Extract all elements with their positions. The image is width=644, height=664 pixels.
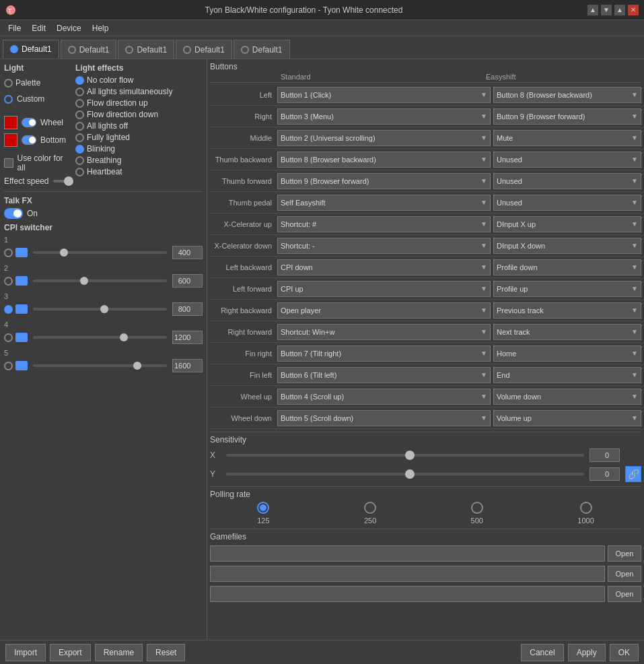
export-button[interactable]: Export [50,644,91,661]
cpi-thumb-1[interactable] [60,248,68,257]
cpi-slider-1[interactable] [33,251,167,254]
palette-radio-item[interactable]: Palette [4,78,71,88]
effect-blinking[interactable]: Blinking [75,144,203,154]
sensitivity-x-input[interactable] [589,449,620,462]
btn-standard-14[interactable]: Button 4 (Scroll up) ▼ [277,389,491,405]
menu-device[interactable]: Device [51,22,87,34]
btn-standard-13[interactable]: Button 6 (Tilt left) ▼ [277,367,491,383]
menu-file[interactable]: File [3,22,26,34]
btn-easyshift-1[interactable]: Button 9 (Browser forward) ▼ [493,108,641,125]
btn-easyshift-9[interactable]: Profile up ▼ [493,281,641,297]
btn-easyshift-12[interactable]: Home ▼ [493,345,641,362]
use-color-checkbox[interactable] [4,158,13,168]
btn-easyshift-13[interactable]: End ▼ [493,367,641,383]
effect-fully-lighted[interactable]: Fully lighted [75,133,203,142]
gamefile-open-1[interactable]: Open [608,545,641,562]
sensitivity-y-slider[interactable] [226,473,584,475]
cpi-input-1[interactable] [172,246,203,259]
gamefile-input-3[interactable] [210,586,605,602]
btn-easyshift-14[interactable]: Volume down ▼ [493,389,641,405]
effect-speed-slider[interactable] [53,180,72,182]
tab-1[interactable]: Default1 [61,40,117,59]
sensitivity-x-slider[interactable] [226,454,584,457]
btn-standard-0[interactable]: Button 1 (Click) ▼ [277,87,491,103]
effect-all-off[interactable]: All lights off [75,121,203,131]
btn-easyshift-3[interactable]: Unused ▼ [493,152,641,168]
cpi-input-4[interactable] [172,331,203,344]
polling-radio-1[interactable] [364,502,376,514]
btn-standard-4[interactable]: Button 9 (Browser forward) ▼ [277,173,491,189]
gamefile-input-1[interactable] [210,545,605,562]
cancel-button[interactable]: Cancel [521,644,563,661]
btn-easyshift-7[interactable]: DInput X down ▼ [493,238,641,254]
polling-radio-3[interactable] [580,502,592,514]
btn-standard-10[interactable]: Open player ▼ [277,302,491,319]
btn-easyshift-2[interactable]: Mute ▼ [493,130,641,146]
btn-easyshift-11[interactable]: Next track ▼ [493,324,641,340]
btn-easyshift-0[interactable]: Button 8 (Browser backward) ▼ [493,87,641,103]
btn-easyshift-10[interactable]: Previous track ▼ [493,302,641,319]
btn-standard-11[interactable]: Shortcut: Win+w ▼ [277,324,491,340]
cpi-slider-3[interactable] [33,308,167,310]
cpi-radio-4[interactable] [4,333,13,342]
ok-button[interactable]: OK [610,644,639,661]
tab-0[interactable]: Default1 [3,40,59,59]
effect-flow-down[interactable]: Flow direction down [75,110,203,119]
sensitivity-x-thumb[interactable] [405,451,415,460]
cpi-thumb-3[interactable] [100,305,108,313]
cpi-radio-5[interactable] [4,362,13,370]
cpi-radio-2[interactable] [4,277,13,286]
cpi-radio-3[interactable] [4,305,13,314]
cpi-input-3[interactable] [172,302,203,316]
btn-standard-3[interactable]: Button 8 (Browser backward) ▼ [277,152,491,168]
btn-standard-8[interactable]: CPI down ▼ [277,259,491,275]
effect-heartbeat[interactable]: Heartbeat [75,167,203,176]
cpi-thumb-2[interactable] [80,277,88,285]
cpi-input-5[interactable] [172,359,203,372]
close-button[interactable]: ✕ [628,5,639,15]
menu-edit[interactable]: Edit [26,22,51,34]
minimize-button[interactable]: ▲ [587,5,598,15]
effect-flow-up[interactable]: Flow direction up [75,98,203,108]
effect-speed-thumb[interactable] [64,176,73,186]
btn-easyshift-5[interactable]: Unused ▼ [493,195,641,211]
effect-no-color-flow[interactable]: No color flow [75,75,203,85]
apply-button[interactable]: Apply [568,644,606,661]
btn-standard-1[interactable]: Button 3 (Menu) ▼ [277,108,491,125]
tab-2[interactable]: Default1 [118,40,174,59]
btn-standard-6[interactable]: Shortcut: # ▼ [277,216,491,232]
btn-easyshift-8[interactable]: Profile down ▼ [493,259,641,275]
wheel-toggle[interactable] [22,118,36,127]
bottom-toggle[interactable] [22,135,36,145]
rename-button[interactable]: Rename [95,644,143,661]
btn-standard-15[interactable]: Button 5 (Scroll down) ▼ [277,410,491,426]
tab-3[interactable]: Default1 [176,40,232,59]
cpi-thumb-5[interactable] [133,362,141,370]
restore-button[interactable]: ▼ [601,5,612,15]
btn-easyshift-4[interactable]: Unused ▼ [493,173,641,189]
cpi-input-2[interactable] [172,274,203,288]
cpi-slider-2[interactable] [33,279,167,282]
btn-easyshift-15[interactable]: Volume up ▼ [493,410,641,426]
btn-standard-12[interactable]: Button 7 (Tilt right) ▼ [277,345,491,362]
cpi-slider-5[interactable] [33,364,167,367]
btn-standard-2[interactable]: Button 2 (Universal scrolling) ▼ [277,130,491,146]
sensitivity-y-thumb[interactable] [405,469,415,479]
import-button[interactable]: Import [5,644,46,661]
maximize-button[interactable]: ▲ [614,5,625,15]
effect-all-lights-sim[interactable]: All lights simultaneously [75,87,203,96]
cpi-thumb-4[interactable] [120,333,128,341]
effect-breathing[interactable]: Breathing [75,156,203,165]
reset-button[interactable]: Reset [147,644,185,661]
cpi-slider-4[interactable] [33,336,167,339]
btn-easyshift-6[interactable]: DInput X up ▼ [493,216,641,232]
gamefile-open-2[interactable]: Open [608,566,641,582]
btn-standard-5[interactable]: Self Easyshift ▼ [277,195,491,211]
gamefile-input-2[interactable] [210,566,605,582]
tab-4[interactable]: Default1 [234,40,290,59]
cpi-radio-1[interactable] [4,248,13,257]
custom-radio[interactable] [4,95,13,104]
polling-radio-2[interactable] [471,502,483,514]
sensitivity-y-input[interactable] [589,467,620,481]
btn-standard-9[interactable]: CPI up ▼ [277,281,491,297]
